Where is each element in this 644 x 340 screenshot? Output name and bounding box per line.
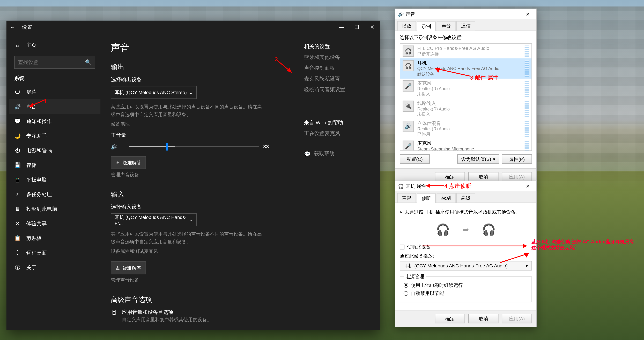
nav-icon: 📱: [14, 177, 21, 183]
sound-dialog-title: 声音: [406, 11, 415, 18]
tab-侦听[interactable]: 侦听: [417, 194, 436, 203]
sound-icon: 🔊: [398, 12, 404, 17]
device-status: 已断开连接: [417, 52, 489, 57]
back-icon[interactable]: ←: [10, 24, 15, 30]
device-status: 未插入: [417, 92, 450, 97]
ok-button[interactable]: 确定: [435, 314, 465, 323]
sound-dialog-prompt: 选择以下录制设备来修改设置:: [400, 34, 532, 41]
home-label: 主页: [26, 42, 36, 49]
input-manage-link[interactable]: 管理声音设备: [111, 277, 287, 284]
web-help-link[interactable]: 正在设置麦克风: [304, 130, 398, 137]
tab-声音[interactable]: 声音: [437, 21, 456, 30]
ok-button[interactable]: 确定: [435, 172, 465, 181]
nav-label: 屏幕: [26, 88, 36, 96]
level-meter: [525, 80, 529, 97]
sidebar-item-6[interactable]: 📱平板电脑: [9, 173, 100, 187]
device-item[interactable]: FIIL CC Pro Hands-Free AG Audio 已断开连接: [400, 44, 532, 59]
close-icon[interactable]: ✕: [522, 12, 534, 17]
listen-check-label: 侦听此设备: [407, 244, 430, 250]
minimize-button[interactable]: —: [334, 21, 349, 34]
related-link[interactable]: 蓝牙和其他设备: [304, 54, 398, 61]
search-input[interactable]: [18, 59, 82, 65]
power-opt2-row[interactable]: 自动禁用以节能: [404, 290, 528, 297]
volume-slider[interactable]: [122, 141, 259, 152]
radio-icon[interactable]: [404, 291, 408, 296]
tab-常规[interactable]: 常规: [397, 193, 416, 203]
tab-通信[interactable]: 通信: [456, 21, 475, 30]
advanced-heading: 高级声音选项: [111, 296, 287, 305]
sidebar-item-3[interactable]: 🌙专注助手: [9, 129, 100, 143]
category-label: 系统: [9, 75, 100, 82]
tab-播放[interactable]: 播放: [397, 21, 416, 30]
output-note: 某些应用可以设置为使用与此处选择的声音设备不同的声音设备。请在高级声音选项中自定…: [111, 103, 265, 118]
sidebar-item-7[interactable]: ⎚多任务处理: [9, 187, 100, 202]
nav-label: 投影到此电脑: [26, 205, 57, 213]
close-button[interactable]: ✕: [364, 21, 380, 34]
cancel-button[interactable]: 取消: [468, 172, 498, 181]
device-item[interactable]: 麦克风 Realtek(R) Audio 未插入: [400, 79, 532, 99]
radio-icon[interactable]: [404, 283, 408, 288]
chevron-down-icon: ⌄: [189, 217, 193, 223]
speaker-icon[interactable]: 🔊: [111, 144, 117, 149]
output-heading: 输出: [111, 63, 287, 72]
tab-录制[interactable]: 录制: [417, 22, 436, 31]
nav-icon: 💬: [14, 118, 21, 124]
nav-label: 剪贴板: [26, 235, 42, 242]
sidebar-item-8[interactable]: 🖥投影到此电脑: [9, 202, 100, 216]
tab-高级[interactable]: 高级: [456, 193, 475, 203]
output-troubleshoot-button[interactable]: ⚠ 疑难解答: [111, 156, 146, 169]
related-link[interactable]: 轻松访问音频设置: [304, 86, 398, 93]
listen-checkbox-row[interactable]: 侦听此设备: [400, 244, 532, 250]
close-icon[interactable]: ✕: [522, 184, 534, 189]
device-item[interactable]: 立体声混音 Realtek(R) Audio 已停用: [400, 119, 532, 139]
apply-button[interactable]: 应用(A): [502, 314, 532, 323]
power-opt1-row[interactable]: 使用电池电源时继续运行: [404, 282, 528, 289]
headphone-icon: 🎧: [398, 184, 404, 189]
properties-button[interactable]: 属性(P): [502, 154, 532, 164]
output-device-props-link[interactable]: 设备属性: [111, 121, 287, 127]
get-help-row[interactable]: 💬 获取帮助: [304, 150, 398, 157]
home-row[interactable]: ⌂ 主页: [9, 38, 100, 53]
input-troubleshoot-button[interactable]: ⚠ 疑难解答: [111, 262, 146, 275]
playback-device-select[interactable]: 耳机 (QCY Melobuds ANC Hands-Free AG Audio…: [400, 261, 532, 270]
input-device-select[interactable]: 耳机 (QCY Melobuds ANC Hands-Fr... ⌄: [111, 213, 197, 226]
device-item[interactable]: 麦克风 Steam Streaming Microphone 准备就绪: [400, 139, 532, 151]
sidebar-item-11[interactable]: 〱远程桌面: [9, 246, 100, 260]
sidebar-item-0[interactable]: 🖵屏幕: [9, 85, 100, 99]
cancel-button[interactable]: 取消: [468, 314, 498, 323]
sidebar-item-5[interactable]: 💾存储: [9, 158, 100, 173]
related-link[interactable]: 麦克风隐私设置: [304, 75, 398, 83]
arrow-right-icon: ➡: [462, 225, 469, 234]
nav-icon: ✕: [14, 221, 21, 227]
recording-device-list[interactable]: FIIL CC Pro Hands-Free AG Audio 已断开连接 耳机…: [400, 43, 532, 151]
input-troubleshoot-label: 疑难解答: [122, 265, 141, 271]
sidebar-item-4[interactable]: ⏻电源和睡眠: [9, 143, 100, 158]
nav-label: 平板电脑: [26, 176, 47, 184]
sidebar-item-12[interactable]: ⓘ关于: [9, 260, 100, 275]
device-icon: [403, 80, 414, 92]
input-device-props-link[interactable]: 设备属性和测试麦克风: [111, 248, 287, 255]
device-item[interactable]: 线路输入 Realtek(R) Audio 未插入: [400, 99, 532, 119]
device-desc: Realtek(R) Audio: [417, 106, 450, 112]
apply-button[interactable]: 应用(A): [502, 172, 532, 181]
app-volume-row[interactable]: 🎚 应用音量和设备首选项 自定义应用音量和扬声器或其使用的设备。: [111, 309, 287, 324]
annotation-long: 蓝牙耳机 勾选侦听 选择 AG Audio(蓝牙耳机只有这个模式支持麦克风): [532, 239, 639, 251]
sidebar-item-10[interactable]: 📋剪贴板: [9, 231, 100, 246]
output-device-select[interactable]: 耳机 (QCY Melobuds ANC Stereo) ⌄: [111, 86, 197, 99]
tab-级别[interactable]: 级别: [437, 193, 456, 203]
sidebar-item-9[interactable]: ✕体验共享: [9, 216, 100, 231]
related-link[interactable]: 声音控制面板: [304, 65, 398, 72]
maximize-button[interactable]: ☐: [349, 21, 364, 34]
checkbox-icon[interactable]: [400, 245, 404, 250]
sidebar-item-1[interactable]: 🔊声音: [9, 99, 100, 114]
set-default-button[interactable]: 设为默认值(S) ▾: [457, 154, 499, 164]
device-item[interactable]: 耳机 QCY Melobuds ANC Hands-Free AG Audio …: [400, 59, 532, 79]
get-help-link[interactable]: 获取帮助: [314, 150, 334, 157]
search-input-wrap[interactable]: 🔍: [14, 56, 95, 69]
sidebar-item-2[interactable]: 💬通知和操作: [9, 114, 100, 129]
output-manage-link[interactable]: 管理声音设备: [111, 172, 287, 178]
nav-label: 关于: [26, 264, 36, 271]
configure-button[interactable]: 配置(C): [400, 154, 430, 164]
nav-icon: 🖵: [14, 89, 21, 95]
device-name: 立体声混音: [417, 121, 450, 126]
